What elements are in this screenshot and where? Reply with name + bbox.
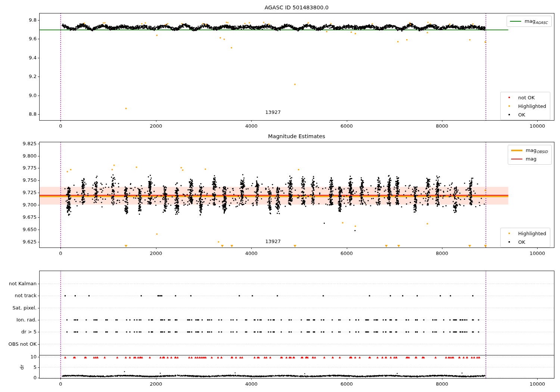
legend-label: OK (518, 239, 525, 245)
legend-item-ok: OK (504, 111, 546, 118)
middle-chart-title: Magnitude Estimates (39, 133, 554, 139)
legend-label: mag (526, 156, 536, 162)
flag-row-label: Sat. pixel. (0, 305, 37, 311)
legend-item-highlighted: Highlighted (504, 102, 546, 110)
figure: AGASC ID 501483800.0 Magnitude Estimates… (0, 0, 560, 392)
x-tick-label: 4000 (245, 251, 258, 256)
x-tick-label: 2000 (150, 381, 162, 387)
y-tick-label: 9.625 (0, 239, 37, 245)
legend-item-mag: mag (511, 155, 548, 163)
dr-tick-label: 5 (0, 364, 37, 370)
middle-count-annotation: 13927 (265, 239, 281, 244)
x-tick-label: 10000 (530, 123, 545, 129)
flag-row-label: not track (0, 293, 37, 298)
top-marker-legend: not OK Highlighted OK (500, 92, 550, 120)
highlighted-dot-icon (504, 105, 515, 106)
ok-dot-icon (504, 114, 515, 115)
top-count-annotation: 13927 (265, 109, 281, 115)
x-tick-label: 10000 (530, 381, 545, 387)
y-tick-label: 9.700 (0, 202, 37, 208)
y-tick-label: 9.650 (0, 227, 37, 232)
middle-line-legend: magOBSID mag (508, 145, 552, 165)
y-tick-label: 9.0 (0, 93, 37, 98)
middle-marker-legend: Highlighted OK (500, 228, 550, 248)
y-tick-label: 8.8 (0, 111, 37, 117)
x-tick-label: 4000 (245, 123, 258, 129)
y-tick-label: 9.750 (0, 177, 37, 183)
legend-item-mag-agasc: magAGASC (510, 18, 548, 25)
highlighted-dot-icon (504, 233, 515, 234)
legend-item-ok: OK (504, 238, 546, 246)
dr-tick-label: 0 (0, 375, 37, 380)
legend-label: magOBSID (526, 147, 548, 154)
x-tick-label: 8000 (436, 123, 448, 129)
mag-obsid-line-icon (511, 150, 522, 151)
y-tick-label: 9.725 (0, 190, 37, 195)
mag-line-icon (511, 159, 522, 159)
x-tick-label: 4000 (245, 381, 258, 387)
legend-label: Highlighted (518, 103, 546, 109)
legend-label: OK (518, 112, 525, 118)
legend-label: not OK (518, 95, 535, 100)
y-tick-label: 9.775 (0, 165, 37, 171)
x-tick-label: 0 (59, 251, 62, 256)
flag-row-label: not Kalman (0, 281, 37, 286)
x-tick-label: 0 (59, 123, 62, 129)
flag-row-label: Ion. rad. (0, 317, 37, 323)
y-tick-label: 9.8 (0, 17, 37, 23)
x-tick-label: 2000 (150, 123, 162, 129)
x-tick-label: 0 (59, 381, 62, 387)
legend-item-not-ok: not OK (504, 94, 546, 101)
x-tick-label: 6000 (340, 123, 353, 129)
ok-dot-icon (504, 241, 515, 242)
y-tick-label: 9.825 (0, 141, 37, 146)
flag-row-label: dr > 5 (0, 329, 37, 335)
x-tick-label: 6000 (340, 381, 353, 387)
top-chart-title: AGASC ID 501483800.0 (39, 4, 554, 10)
x-tick-label: 2000 (150, 251, 162, 256)
y-tick-label: 9.6 (0, 36, 37, 41)
plot-canvas (0, 0, 560, 392)
dr-tick-label: 10 (0, 354, 37, 360)
flag-row-label: OBS not OK (0, 341, 37, 347)
legend-item-mag-obsid: magOBSID (511, 147, 548, 154)
y-tick-label: 9.800 (0, 153, 37, 159)
y-tick-label: 9.2 (0, 74, 37, 79)
x-tick-label: 6000 (340, 251, 353, 256)
x-tick-label: 10000 (530, 251, 545, 256)
x-tick-label: 8000 (436, 381, 448, 387)
mag-agasc-line-icon (510, 21, 521, 22)
legend-item-highlighted: Highlighted (504, 230, 546, 237)
legend-label: Highlighted (518, 231, 546, 236)
y-tick-label: 9.4 (0, 55, 37, 60)
top-line-legend: magAGASC (507, 16, 552, 27)
x-tick-label: 8000 (436, 251, 448, 256)
y-tick-label: 9.675 (0, 214, 37, 220)
not-ok-dot-icon (504, 97, 515, 98)
legend-label: magAGASC (525, 18, 548, 25)
